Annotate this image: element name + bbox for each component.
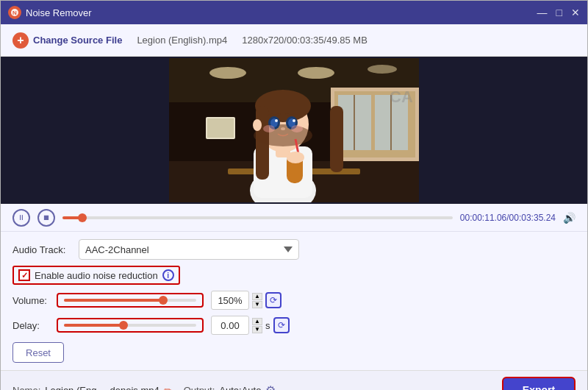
change-source-button[interactable]: + Change Source File xyxy=(12,32,122,49)
delay-slider-track[interactable] xyxy=(64,324,196,327)
svg-point-28 xyxy=(275,119,278,122)
volume-value[interactable]: 150% xyxy=(211,291,249,310)
file-meta: 1280x720/00:03:35/49.85 MB xyxy=(242,35,368,46)
output-name-group: Name: Legion (Eng..._denois.mp4 ✏ xyxy=(12,385,172,391)
delay-label: Delay: xyxy=(12,320,49,331)
delay-slider-container xyxy=(57,318,204,333)
audio-track-row: Audio Track: AAC-2Channel AAC-Stereo MP3… xyxy=(12,239,576,260)
svg-rect-39 xyxy=(207,118,234,138)
svg-point-5 xyxy=(298,67,334,79)
svg-point-33 xyxy=(253,119,262,131)
progress-track[interactable] xyxy=(62,216,453,219)
volume-value-group: 150% ▲ ▼ ⟳ xyxy=(211,291,282,310)
name-value: Legion (Eng..._denois.mp4 xyxy=(45,385,159,391)
noise-reduction-label: Enable audio noise reduction xyxy=(35,270,158,281)
change-source-label: Change Source File xyxy=(33,35,122,46)
volume-spinner: ▲ ▼ xyxy=(252,293,262,308)
name-label: Name: xyxy=(12,385,40,391)
svg-point-32 xyxy=(291,125,303,132)
output-value: Auto;Auto xyxy=(219,385,261,391)
volume-slider-fill xyxy=(64,299,163,302)
svg-rect-22 xyxy=(330,106,343,172)
svg-point-31 xyxy=(263,125,275,132)
edit-name-icon[interactable]: ✏ xyxy=(164,385,172,391)
volume-slider-container xyxy=(57,293,204,308)
bottom-section: Name: Legion (Eng..._denois.mp4 ✏ Output… xyxy=(1,370,587,390)
svg-point-37 xyxy=(287,152,304,163)
app-title: Noise Remover xyxy=(26,7,92,18)
svg-text:CA: CA xyxy=(390,88,413,106)
toolbar: + Change Source File Legion (English).mp… xyxy=(1,24,587,57)
volume-icon[interactable]: 🔊 xyxy=(563,212,576,224)
volume-sync-icon[interactable]: ⟳ xyxy=(265,292,282,308)
app-icon: N xyxy=(8,6,21,19)
svg-point-6 xyxy=(368,65,397,74)
volume-up[interactable]: ▲ xyxy=(252,293,262,300)
title-bar: N Noise Remover — □ ✕ xyxy=(1,1,587,24)
minimize-button[interactable]: — xyxy=(537,7,548,18)
volume-slider-thumb[interactable] xyxy=(159,296,168,305)
noise-reduction-checkbox[interactable] xyxy=(18,269,30,281)
output-group: Output: Auto;Auto ⚙ xyxy=(184,383,276,391)
delay-down[interactable]: ▼ xyxy=(252,326,262,333)
video-thumbnail: CA xyxy=(169,58,419,202)
delay-slider-thumb[interactable] xyxy=(119,321,128,330)
delay-row: Delay: 0.00 ▲ ▼ s ⟳ xyxy=(12,316,576,335)
delay-unit: s xyxy=(265,320,270,331)
time-display: 00:00:11.06/00:03:35.24 xyxy=(460,213,556,223)
volume-label: Volume: xyxy=(12,295,49,306)
svg-point-4 xyxy=(209,67,246,79)
bottom-top-row: Name: Legion (Eng..._denois.mp4 ✏ Output… xyxy=(1,371,587,390)
delay-sync-icon[interactable]: ⟳ xyxy=(273,317,290,333)
title-bar-left: N Noise Remover xyxy=(8,6,92,19)
reset-button[interactable]: Reset xyxy=(12,342,64,363)
noise-info-icon[interactable]: i xyxy=(162,269,174,281)
output-label: Output: xyxy=(184,385,215,391)
svg-text:N: N xyxy=(12,10,17,16)
noise-reduction-row: Enable audio noise reduction i xyxy=(12,266,180,285)
volume-slider-track[interactable] xyxy=(64,299,196,302)
svg-point-29 xyxy=(293,119,295,122)
window-controls: — □ ✕ xyxy=(537,7,580,18)
playback-bar: ⏸ ⏹ 00:00:11.06/00:03:35.24 🔊 xyxy=(1,204,587,232)
delay-value-group: 0.00 ▲ ▼ s ⟳ xyxy=(211,316,290,335)
volume-row: Volume: 150% ▲ ▼ ⟳ xyxy=(12,291,576,310)
output-settings-icon[interactable]: ⚙ xyxy=(265,383,276,391)
stop-button[interactable]: ⏹ xyxy=(37,209,55,227)
audio-track-label: Audio Track: xyxy=(12,244,71,255)
delay-up[interactable]: ▲ xyxy=(252,318,262,325)
total-time: 00:03:35.24 xyxy=(509,213,556,223)
current-time: 00:00:11.06 xyxy=(460,213,506,223)
volume-down[interactable]: ▼ xyxy=(252,301,262,308)
controls-panel: Audio Track: AAC-2Channel AAC-Stereo MP3… xyxy=(1,232,587,370)
audio-track-select[interactable]: AAC-2Channel AAC-Stereo MP3-Stereo xyxy=(79,239,299,260)
close-button[interactable]: ✕ xyxy=(571,7,580,18)
export-button[interactable]: Export xyxy=(502,377,576,390)
video-area: CA xyxy=(1,57,587,204)
progress-thumb[interactable] xyxy=(78,213,87,222)
delay-slider-fill xyxy=(64,324,123,327)
export-label: Export xyxy=(523,384,555,390)
file-name: Legion (English).mp4 xyxy=(137,35,227,46)
delay-spinner: ▲ ▼ xyxy=(252,318,262,333)
svg-point-30 xyxy=(281,127,285,130)
pause-button[interactable]: ⏸ xyxy=(12,209,30,227)
app-window: N Noise Remover — □ ✕ + Change Source Fi… xyxy=(0,0,588,390)
plus-icon: + xyxy=(12,32,29,49)
delay-value[interactable]: 0.00 xyxy=(211,316,249,335)
maximize-button[interactable]: □ xyxy=(556,7,562,18)
